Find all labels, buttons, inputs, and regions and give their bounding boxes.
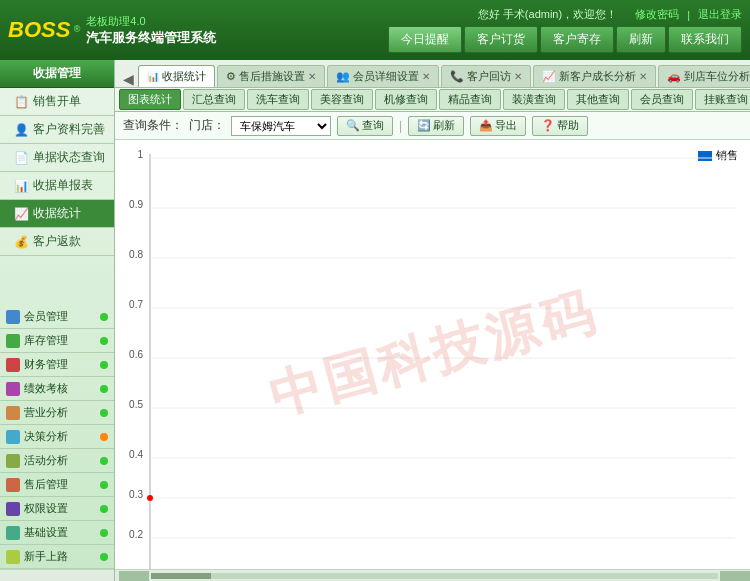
query-label: 查询条件： bbox=[123, 117, 183, 134]
sidebar-item-customer-info[interactable]: 👤 客户资料完善 bbox=[0, 116, 114, 144]
inner-tab-beauty[interactable]: 美容查询 bbox=[311, 89, 373, 110]
shop-label: 门店： bbox=[189, 117, 225, 134]
scroll-left-btn[interactable] bbox=[119, 571, 149, 581]
query-btn-reset[interactable]: 🔄 刷新 bbox=[408, 116, 464, 136]
inner-tab-repair[interactable]: 机修查询 bbox=[375, 89, 437, 110]
tab-aftersales-close[interactable]: ✕ bbox=[308, 71, 316, 82]
sidebar-module-performance[interactable]: 绩效考核 bbox=[0, 377, 114, 401]
sidebar-module-aftersales[interactable]: 售后管理 bbox=[0, 473, 114, 497]
export-icon: 📤 bbox=[479, 119, 493, 132]
sidebar-section-receipts: 📋 销售开单 👤 客户资料完善 📄 单据状态查询 📊 收据单报表 📈 收据统计 … bbox=[0, 88, 114, 256]
aftersales-dot bbox=[100, 481, 108, 489]
y-label-0.6: 0.6 bbox=[129, 349, 143, 360]
y-label-0.3: 0.3 bbox=[129, 489, 143, 500]
chart-svg: 1 0.9 0.8 0.7 0.6 0.5 0.4 0.3 0.2 0.1 0 bbox=[115, 140, 750, 569]
data-point-marker bbox=[147, 495, 153, 501]
inner-tab-chart[interactable]: 图表统计 bbox=[119, 89, 181, 110]
tab-scroll-left[interactable]: ◀ bbox=[119, 71, 138, 87]
shop-select[interactable]: 车保姆汽车 bbox=[231, 116, 331, 136]
sidebar-module-inventory[interactable]: 库存管理 bbox=[0, 329, 114, 353]
y-label-0.7: 0.7 bbox=[129, 299, 143, 310]
inner-tab-carwash[interactable]: 洗车查询 bbox=[247, 89, 309, 110]
sidebar-item-customer-refund[interactable]: 💰 客户返款 bbox=[0, 228, 114, 256]
user-info: 您好 手术(admin)，欢迎您！ bbox=[478, 7, 617, 22]
nav-customer-order[interactable]: 客户订货 bbox=[464, 26, 538, 53]
help-icon: ❓ bbox=[541, 119, 555, 132]
change-password-link[interactable]: 修改密码 bbox=[635, 7, 679, 22]
query-btn-help[interactable]: ❓ 帮助 bbox=[532, 116, 588, 136]
scroll-thumb[interactable] bbox=[151, 573, 211, 579]
logo-sub: 老板助理4.0 汽车服务终端管理系统 bbox=[86, 14, 216, 47]
logout-link[interactable]: 退出登录 bbox=[698, 7, 742, 22]
sales-analysis-icon bbox=[6, 406, 20, 420]
inner-tab-summary[interactable]: 汇总查询 bbox=[183, 89, 245, 110]
refund-icon: 💰 bbox=[14, 235, 29, 249]
activity-icon bbox=[6, 454, 20, 468]
header-nav: 今日提醒 客户订货 客户寄存 刷新 联系我们 bbox=[388, 26, 742, 53]
tab-growth-close[interactable]: ✕ bbox=[639, 71, 647, 82]
query-btn-search[interactable]: 🔍 查询 bbox=[337, 116, 393, 136]
inner-tab-bar: 图表统计 汇总查询 洗车查询 美容查询 机修查询 精品查询 装潢查询 其他查询 … bbox=[115, 88, 750, 112]
aftersales-icon bbox=[6, 478, 20, 492]
top-header: BOSS ® 老板助理4.0 汽车服务终端管理系统 您好 手术(admin)，欢… bbox=[0, 0, 750, 60]
sidebar-module-decision[interactable]: 决策分析 bbox=[0, 425, 114, 449]
inner-tab-product[interactable]: 精品查询 bbox=[439, 89, 501, 110]
inner-tab-other[interactable]: 其他查询 bbox=[567, 89, 629, 110]
sidebar-item-sales[interactable]: 📋 销售开单 bbox=[0, 88, 114, 116]
decision-dot bbox=[100, 433, 108, 441]
beginner-dot bbox=[100, 553, 108, 561]
inner-tab-member[interactable]: 会员查询 bbox=[631, 89, 693, 110]
y-label-0.8: 0.8 bbox=[129, 249, 143, 260]
tab-parking-analysis[interactable]: 🚗 到店车位分析 ✕ bbox=[658, 65, 750, 87]
logo-cn: 老板助理4.0 bbox=[86, 14, 216, 29]
beginner-icon bbox=[6, 550, 20, 564]
refresh-icon: 🔄 bbox=[417, 119, 431, 132]
bottom-scrollbar[interactable] bbox=[115, 569, 750, 581]
inventory-dot bbox=[100, 337, 108, 345]
top-tab-bar: ◀ 📊 收据统计 ⚙ 售后措施设置 ✕ 👥 会员详细设置 ✕ 📞 客户回访 ✕ bbox=[115, 60, 750, 88]
sidebar-module-sales-analysis[interactable]: 营业分析 bbox=[0, 401, 114, 425]
order-status-icon: 📄 bbox=[14, 151, 29, 165]
scroll-track[interactable] bbox=[151, 573, 718, 579]
tab-receipt-stats[interactable]: 📊 收据统计 bbox=[138, 65, 215, 87]
sidebar-module-member[interactable]: 会员管理 bbox=[0, 305, 114, 329]
nav-refresh[interactable]: 刷新 bbox=[616, 26, 666, 53]
sidebar-module-finance[interactable]: 财务管理 bbox=[0, 353, 114, 377]
query-btn-export[interactable]: 📤 导出 bbox=[470, 116, 526, 136]
sidebar-module-settings[interactable]: 基础设置 bbox=[0, 521, 114, 545]
settings-dot bbox=[100, 529, 108, 537]
scroll-right-btn[interactable] bbox=[720, 571, 750, 581]
tab-member-settings[interactable]: 👥 会员详细设置 ✕ bbox=[327, 65, 439, 87]
sidebar-item-receipt-stats[interactable]: 📈 收据统计 bbox=[0, 200, 114, 228]
tab-customer-growth[interactable]: 📈 新客户成长分析 ✕ bbox=[533, 65, 656, 87]
sidebar: 收据管理 📋 销售开单 👤 客户资料完善 📄 单据状态查询 📊 收据单报表 📈 … bbox=[0, 60, 115, 581]
sidebar-module-permissions[interactable]: 权限设置 bbox=[0, 497, 114, 521]
settings-icon bbox=[6, 526, 20, 540]
customer-icon: 👤 bbox=[14, 123, 29, 137]
tab-growth-icon: 📈 bbox=[542, 70, 556, 83]
tab-parking-icon: 🚗 bbox=[667, 70, 681, 83]
permissions-dot bbox=[100, 505, 108, 513]
tab-aftersales-icon: ⚙ bbox=[226, 70, 236, 83]
nav-customer-deposit[interactable]: 客户寄存 bbox=[540, 26, 614, 53]
member-dot bbox=[100, 313, 108, 321]
tab-member-close[interactable]: ✕ bbox=[422, 71, 430, 82]
y-label-0.9: 0.9 bbox=[129, 199, 143, 210]
tab-customer-visit[interactable]: 📞 客户回访 ✕ bbox=[441, 65, 531, 87]
nav-today-reminder[interactable]: 今日提醒 bbox=[388, 26, 462, 53]
sidebar-item-order-status[interactable]: 📄 单据状态查询 bbox=[0, 144, 114, 172]
inner-tab-decoration[interactable]: 装潢查询 bbox=[503, 89, 565, 110]
tab-visit-close[interactable]: ✕ bbox=[514, 71, 522, 82]
sidebar-module-beginner[interactable]: 新手上路 bbox=[0, 545, 114, 569]
sidebar-module-activity[interactable]: 活动分析 bbox=[0, 449, 114, 473]
y-label-1: 1 bbox=[137, 149, 143, 160]
nav-contact[interactable]: 联系我们 bbox=[668, 26, 742, 53]
tab-aftersales-settings[interactable]: ⚙ 售后措施设置 ✕ bbox=[217, 65, 325, 87]
finance-icon bbox=[6, 358, 20, 372]
y-label-0.4: 0.4 bbox=[129, 449, 143, 460]
content-area: ◀ 📊 收据统计 ⚙ 售后措施设置 ✕ 👥 会员详细设置 ✕ 📞 客户回访 ✕ bbox=[115, 60, 750, 581]
sales-analysis-dot bbox=[100, 409, 108, 417]
sidebar-item-receipt-report[interactable]: 📊 收据单报表 bbox=[0, 172, 114, 200]
inner-tab-credit[interactable]: 挂账查询 bbox=[695, 89, 750, 110]
sidebar-scrollbar[interactable] bbox=[0, 569, 114, 581]
